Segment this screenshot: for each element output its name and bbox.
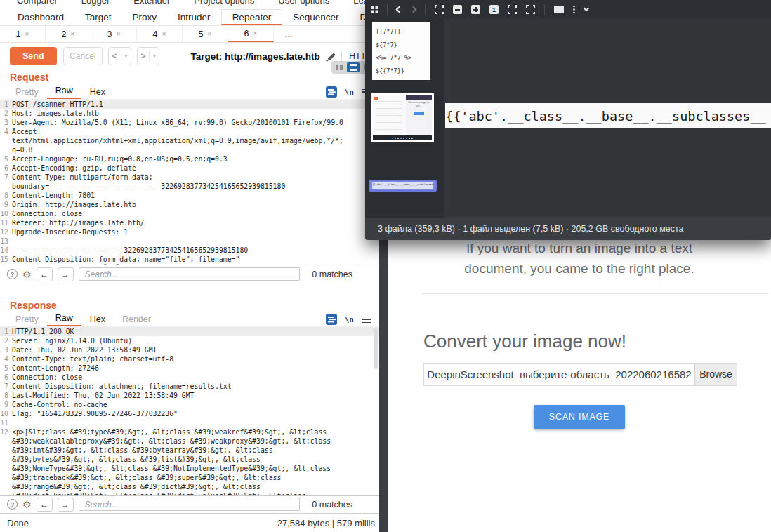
- gear-icon[interactable]: ⚙: [22, 270, 32, 279]
- viewer-status-bar: 3 файла (359,3 kB) · 1 файл выделен (7,5…: [365, 218, 771, 240]
- response-tab-pretty[interactable]: Pretty: [7, 314, 47, 326]
- back-icon[interactable]: [396, 6, 403, 13]
- menu-project-options[interactable]: Project options: [194, 0, 254, 4]
- search-next-button[interactable]: →: [58, 498, 74, 512]
- response-search-input[interactable]: [79, 498, 301, 511]
- line-number: [0, 491, 12, 495]
- response-tab-raw[interactable]: Raw: [47, 313, 81, 326]
- file-count-status: 3 файла (359,3 kB) · 1 файл выделен (7,5…: [378, 224, 684, 234]
- response-line: 7 Content-Disposition: attachment; filen…: [0, 382, 379, 391]
- history-forward-button[interactable]: > ▾: [137, 47, 160, 65]
- help-icon[interactable]: ?: [7, 269, 18, 279]
- line-number: 9: [0, 200, 12, 209]
- image-preview-area[interactable]: {{'abc'.__class__.__base__.__subclasses_…: [445, 19, 771, 218]
- menu-hamburger-icon[interactable]: [362, 317, 371, 323]
- request-tab-pretty[interactable]: Pretty: [7, 87, 47, 99]
- fit-height-icon[interactable]: [526, 5, 535, 14]
- line-number: 2: [0, 336, 12, 345]
- line-text: POST /scanner HTTP/1.1: [12, 100, 103, 109]
- line-text: Content-Disposition: form-data; name="fi…: [12, 255, 239, 264]
- zoom-out-icon[interactable]: [453, 5, 462, 14]
- request-line: 5 Accept-Language: ru-RU,ru;q=0.8,en-US;…: [0, 154, 379, 164]
- repeater-tab-1[interactable]: 1×: [0, 26, 46, 42]
- menu-extender[interactable]: Extender: [133, 0, 170, 4]
- layout-columns-button[interactable]: [333, 62, 345, 72]
- history-back-button[interactable]: < ▾: [108, 47, 131, 65]
- tab-repeater[interactable]: Repeater: [221, 9, 283, 25]
- request-tab-hex[interactable]: Hex: [81, 87, 114, 99]
- response-tab-render[interactable]: Render: [114, 314, 159, 326]
- request-line: 15 Content-Disposition: form-data; name=…: [0, 255, 379, 264]
- show-newlines-icon[interactable]: \n: [345, 315, 354, 324]
- scrollbar-thumb[interactable]: [374, 328, 378, 369]
- more-vertical-icon[interactable]: [573, 6, 575, 8]
- close-icon[interactable]: ×: [117, 30, 121, 38]
- show-newlines-icon[interactable]: \n: [345, 88, 354, 97]
- actual-size-icon[interactable]: 1: [489, 5, 499, 14]
- send-button[interactable]: Send: [10, 47, 57, 65]
- close-icon[interactable]: ×: [162, 30, 166, 38]
- line-text: Connection: close: [12, 209, 82, 218]
- close-icon[interactable]: ×: [208, 30, 212, 38]
- close-icon[interactable]: ×: [25, 30, 29, 38]
- search-next-button[interactable]: →: [58, 267, 74, 281]
- prettify-icon[interactable]: [326, 314, 337, 325]
- tab-sequencer[interactable]: Sequencer: [282, 9, 349, 25]
- help-icon[interactable]: ?: [7, 499, 18, 510]
- line-number: [0, 182, 12, 191]
- repeater-tab-overflow[interactable]: ...: [274, 26, 303, 42]
- close-icon[interactable]: ×: [253, 29, 258, 37]
- file-upload-field[interactable]: DeepinScreenshot_выберите-область_202206…: [423, 363, 737, 386]
- line-number: 1: [0, 327, 12, 336]
- request-search-input[interactable]: [79, 267, 301, 281]
- line-text: Content-Disposition: attachment; filenam…: [12, 382, 232, 391]
- request-title: Request: [10, 72, 48, 83]
- line-text: &#39;bytes&#39;&gt;, &lt;class &#39;list…: [12, 455, 261, 464]
- menu-logger[interactable]: Logger: [81, 0, 110, 4]
- menu-user-options[interactable]: User options: [278, 0, 329, 4]
- request-line: DeepinScreenshot_вЫђв-Ўв-Ў_вЫђ-в-пЕЄЄ_20…: [0, 264, 379, 265]
- fit-width-icon[interactable]: [508, 5, 517, 14]
- chevron-down-icon[interactable]: [583, 6, 588, 11]
- tab-proxy[interactable]: Proxy: [122, 9, 168, 25]
- edit-pencil-icon[interactable]: [327, 52, 334, 61]
- line-number: 13: [0, 237, 12, 246]
- search-prev-button[interactable]: ←: [37, 267, 53, 281]
- search-prev-button[interactable]: ←: [37, 498, 53, 512]
- close-icon[interactable]: ×: [71, 30, 75, 38]
- prettify-icon[interactable]: [326, 86, 337, 98]
- line-text: text/html,application/xhtml+xml,applicat…: [12, 136, 343, 145]
- thumbnail-selected-payload[interactable]: {{'abc'.__class__.__base__.__subclasses_…: [369, 180, 437, 192]
- line-text: Cache-Control: no-cache: [12, 400, 107, 409]
- browse-button[interactable]: Browse: [694, 364, 737, 385]
- request-editor[interactable]: 1 POST /scanner HTTP/1.1 2 Host: images.…: [0, 99, 379, 265]
- gear-icon[interactable]: ⚙: [22, 500, 32, 510]
- response-header: Response: [0, 298, 379, 312]
- repeater-tab-2[interactable]: 2×: [46, 26, 91, 42]
- menu-comparer[interactable]: Comparer: [17, 0, 58, 4]
- zoom-in-icon[interactable]: [471, 5, 480, 14]
- request-line: 14 ---------------------------3226928377…: [0, 246, 379, 255]
- line-number: 5: [0, 364, 12, 373]
- tab-target[interactable]: Target: [74, 9, 122, 25]
- thumbnail-ssti-payloads[interactable]: {{7*7}} ${7*7} <%= 7*7 %> ${{7*7}}: [372, 22, 430, 80]
- repeater-tab-4[interactable]: 4×: [137, 26, 183, 42]
- layout-rows-button[interactable]: [347, 62, 360, 72]
- fit-screen-icon[interactable]: [435, 5, 444, 14]
- scan-image-button[interactable]: SCAN IMAGE: [534, 405, 625, 429]
- repeater-tab-3[interactable]: 3×: [91, 26, 137, 42]
- forward-icon[interactable]: [410, 6, 417, 13]
- cancel-button[interactable]: Cancel: [63, 47, 103, 65]
- response-viewer[interactable]: 1 HTTP/1.1 200 OK 2 Server: nginx/1.14.0…: [0, 326, 379, 495]
- tab-dashboard[interactable]: Dashboard: [7, 9, 74, 25]
- divider: [387, 4, 388, 15]
- request-tab-raw[interactable]: Raw: [47, 86, 81, 99]
- tab-intruder[interactable]: Intruder: [167, 9, 221, 25]
- response-tab-hex[interactable]: Hex: [81, 314, 114, 326]
- repeater-tab-6[interactable]: 6×: [228, 26, 274, 42]
- repeater-tab-5[interactable]: 5×: [183, 26, 228, 42]
- apps-grid-icon[interactable]: [371, 6, 378, 13]
- burp-status-bar: Done 27,584 bytes | 579 millis: [0, 513, 379, 532]
- thumbnail-screenshot[interactable]: Convert image to tex...: [371, 93, 434, 142]
- list-view-icon[interactable]: [554, 6, 564, 7]
